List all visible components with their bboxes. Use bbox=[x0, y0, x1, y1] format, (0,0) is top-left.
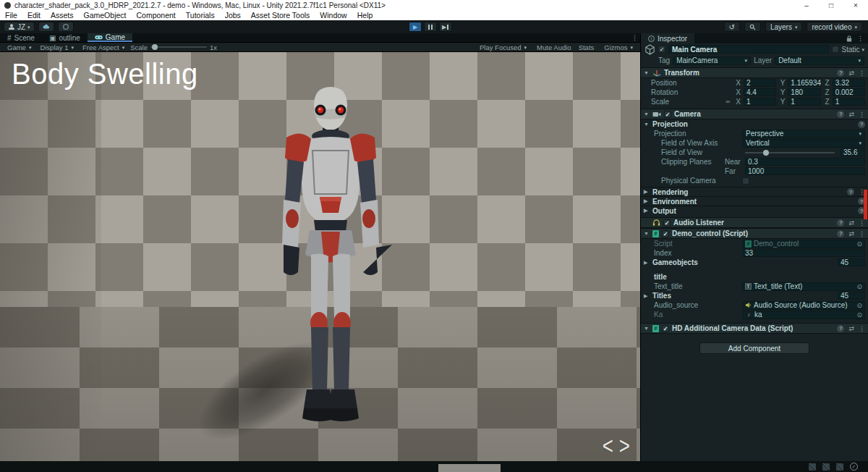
muted-message-icon[interactable] bbox=[822, 463, 830, 471]
gizmos-dropdown[interactable]: Gizmos ▾ bbox=[601, 43, 636, 51]
gameobject-cube-icon[interactable] bbox=[644, 44, 655, 55]
object-picker-icon[interactable]: ⊙ bbox=[856, 283, 862, 290]
object-picker-icon[interactable]: ⊙ bbox=[856, 240, 862, 248]
display-dropdown[interactable]: Display 1 ▾ bbox=[37, 43, 77, 51]
text-title-object-field[interactable]: T Text_title (Text) ⊙ bbox=[742, 282, 865, 291]
kebab-menu-icon[interactable]: ⋮ bbox=[859, 219, 865, 227]
foldout-closed-icon[interactable]: ▶ bbox=[644, 208, 650, 214]
close-button[interactable]: × bbox=[843, 1, 868, 9]
account-button[interactable]: JZ ▾ bbox=[4, 22, 35, 32]
fov-slider-thumb[interactable] bbox=[763, 150, 769, 156]
foldout-closed-icon[interactable]: ▶ bbox=[644, 293, 650, 299]
demo-control-checkbox[interactable]: ✓ bbox=[662, 230, 669, 237]
help-icon[interactable]: ? bbox=[847, 188, 854, 195]
rotation-y-field[interactable]: 180 bbox=[788, 88, 820, 96]
object-picker-icon[interactable]: ⊙ bbox=[856, 311, 862, 319]
scale-slider[interactable] bbox=[150, 46, 207, 48]
scale-x-field[interactable]: 1 bbox=[744, 98, 776, 106]
inspector-menu-icon[interactable]: ⋮ bbox=[857, 35, 864, 42]
gameobjects-size-field[interactable]: 45 bbox=[838, 258, 865, 266]
foldout-open-icon[interactable]: ▼ bbox=[644, 122, 650, 127]
menu-asset-store-tools[interactable]: Asset Store Tools bbox=[246, 11, 315, 20]
menu-gameobject[interactable]: GameObject bbox=[79, 11, 132, 20]
play-button[interactable]: ▶ bbox=[409, 22, 422, 32]
transform-header[interactable]: ▼ Transform ? ⇄ ⋮ bbox=[641, 67, 868, 78]
foldout-closed-icon[interactable]: ▶ bbox=[644, 189, 650, 195]
kebab-menu-icon[interactable]: ⋮ bbox=[859, 69, 865, 77]
position-x-field[interactable]: 2 bbox=[744, 79, 776, 87]
scale-y-field[interactable]: 1 bbox=[788, 98, 820, 106]
aspect-dropdown[interactable]: Free Aspect ▾ bbox=[80, 43, 127, 51]
mute-audio-toggle[interactable]: Mute Audio bbox=[537, 43, 571, 51]
ka-object-field[interactable]: ♪ ka ⊙ bbox=[742, 311, 865, 319]
far-field[interactable]: 1000 bbox=[745, 167, 865, 175]
game-view-dropdown[interactable]: Game ▾ bbox=[4, 43, 34, 51]
menu-assets[interactable]: Assets bbox=[46, 11, 79, 20]
index-field[interactable]: 33 bbox=[742, 249, 865, 257]
camera-enabled-checkbox[interactable]: ✓ bbox=[664, 111, 671, 118]
add-component-button[interactable]: Add Component bbox=[699, 342, 809, 354]
foldout-closed-icon[interactable]: ▶ bbox=[644, 198, 650, 204]
tag-dropdown[interactable]: MainCamera ▾ bbox=[673, 56, 751, 65]
help-icon[interactable]: ? bbox=[837, 111, 844, 118]
projection-dropdown[interactable]: Perspective ▾ bbox=[742, 130, 865, 138]
kebab-menu-icon[interactable]: ⋮ bbox=[859, 325, 865, 332]
tab-outline[interactable]: ▣ outline bbox=[42, 33, 88, 42]
maximize-button[interactable]: □ bbox=[819, 1, 843, 9]
menu-tutorials[interactable]: Tutorials bbox=[181, 11, 220, 20]
play-focused-dropdown[interactable]: Play Focused ▾ bbox=[477, 43, 529, 51]
services-button[interactable] bbox=[58, 22, 74, 32]
tab-scene[interactable]: # Scene bbox=[0, 33, 42, 42]
kebab-menu-icon[interactable]: ⋮ bbox=[859, 111, 865, 118]
gameobjects-row[interactable]: ▶ Gameobjects 45 bbox=[641, 258, 868, 267]
static-checkbox[interactable] bbox=[832, 46, 839, 53]
menu-component[interactable]: Component bbox=[131, 11, 180, 20]
search-button[interactable] bbox=[744, 22, 761, 32]
static-toggle[interactable]: Static ▾ bbox=[832, 46, 864, 54]
titles-row[interactable]: ▶ Titles 45 bbox=[641, 291, 868, 300]
panel-menu-icon[interactable]: ⋮ bbox=[631, 34, 638, 41]
projection-section-header[interactable]: ▼ Projection ? bbox=[641, 119, 868, 129]
menu-file[interactable]: File bbox=[0, 11, 22, 20]
menu-jobs[interactable]: Jobs bbox=[220, 11, 246, 20]
next-arrow-button[interactable]: > bbox=[619, 434, 630, 458]
presets-icon[interactable]: ⇄ bbox=[848, 111, 854, 118]
minimize-button[interactable]: – bbox=[794, 1, 819, 9]
presets-icon[interactable]: ⇄ bbox=[848, 325, 854, 332]
step-button[interactable]: ▶ bbox=[439, 22, 452, 32]
muted-bell-icon[interactable] bbox=[836, 463, 843, 471]
undo-history-button[interactable]: ↺ bbox=[724, 22, 740, 32]
layers-dropdown[interactable]: Layers ▾ bbox=[765, 22, 803, 32]
rotation-z-field[interactable]: 0.002 bbox=[833, 88, 865, 96]
near-field[interactable]: 0.3 bbox=[745, 158, 865, 166]
muted-alert-icon[interactable] bbox=[809, 463, 816, 471]
position-z-field[interactable]: 3.32 bbox=[833, 79, 865, 87]
foldout-open-icon[interactable]: ▼ bbox=[644, 231, 650, 236]
environment-foldout[interactable]: ▶ Environment ? bbox=[641, 196, 868, 206]
rotation-x-field[interactable]: 4.4 bbox=[744, 88, 776, 96]
presets-icon[interactable]: ⇄ bbox=[848, 219, 854, 227]
script-object-field[interactable]: # Demo_control ⊙ bbox=[742, 240, 865, 248]
status-check-icon[interactable]: ✓ bbox=[850, 463, 858, 471]
foldout-open-icon[interactable]: ▼ bbox=[644, 70, 650, 75]
layer-dropdown[interactable]: Default ▾ bbox=[775, 56, 864, 65]
physical-camera-checkbox[interactable] bbox=[742, 177, 749, 185]
help-icon[interactable]: ? bbox=[837, 325, 844, 332]
lock-icon[interactable] bbox=[846, 35, 852, 42]
output-foldout[interactable]: ▶ Output ? bbox=[641, 206, 868, 215]
fov-slider[interactable] bbox=[745, 152, 835, 153]
help-icon[interactable]: ? bbox=[837, 219, 844, 227]
layout-dropdown[interactable]: record video ▾ bbox=[807, 22, 862, 32]
audio-listener-header[interactable]: ▼ ✓ Audio Listener ? ⇄ ⋮ bbox=[641, 217, 868, 228]
titles-size-field[interactable]: 45 bbox=[838, 292, 865, 300]
menu-edit[interactable]: Edit bbox=[22, 11, 46, 20]
pause-button[interactable] bbox=[424, 22, 437, 32]
audio-source-object-field[interactable]: Audio Source (Audio Source) ⊙ bbox=[742, 301, 865, 310]
position-y-field[interactable]: 1.165934 bbox=[788, 79, 820, 87]
cloud-button[interactable] bbox=[38, 22, 54, 32]
hd-camera-data-checkbox[interactable]: ✓ bbox=[662, 325, 669, 332]
hd-camera-data-header[interactable]: ▼ # ✓ HD Additional Camera Data (Script)… bbox=[641, 323, 868, 334]
active-checkbox[interactable]: ✓ bbox=[658, 46, 665, 53]
help-icon[interactable]: ? bbox=[858, 121, 865, 128]
camera-header[interactable]: ▼ ✓ Camera ? ⇄ ⋮ bbox=[641, 109, 868, 119]
